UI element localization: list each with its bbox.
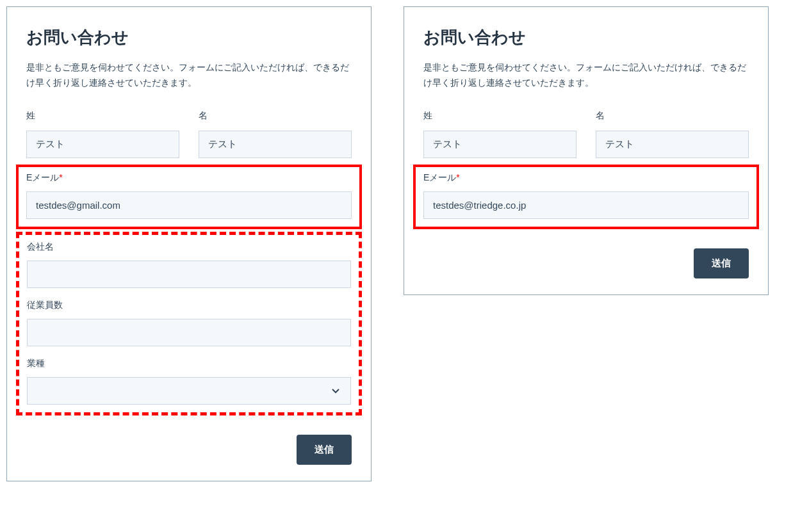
lastname-field: 姓 <box>26 110 179 158</box>
company-input[interactable] <box>27 261 351 288</box>
industry-select[interactable] <box>27 377 351 405</box>
firstname-input[interactable] <box>199 131 352 158</box>
email-input[interactable] <box>26 191 352 219</box>
email-label: Eメール* <box>26 172 352 184</box>
industry-label: 業種 <box>27 358 351 369</box>
company-label: 会社名 <box>27 241 351 253</box>
company-field: 会社名 <box>27 241 351 288</box>
firstname-field: 名 <box>596 110 749 158</box>
email-highlight-box: Eメール* <box>413 165 759 229</box>
email-field: Eメール* <box>26 172 352 219</box>
lastname-input[interactable] <box>423 131 576 158</box>
firstname-label: 名 <box>596 110 749 122</box>
lastname-field: 姓 <box>423 110 576 158</box>
lastname-label: 姓 <box>423 110 576 122</box>
email-label: Eメール* <box>423 172 749 184</box>
employees-input[interactable] <box>27 319 351 346</box>
industry-select-wrap <box>27 377 351 405</box>
form-title: お問い合わせ <box>423 26 749 49</box>
name-row: 姓 名 <box>423 110 749 165</box>
required-mark: * <box>456 172 459 182</box>
employees-field: 従業員数 <box>27 300 351 346</box>
employees-label: 従業員数 <box>27 300 351 311</box>
submit-button[interactable]: 送信 <box>694 248 749 278</box>
submit-row: 送信 <box>423 248 749 278</box>
name-row: 姓 名 <box>26 110 352 165</box>
form-description: 是非ともご意見を伺わせてください。フォームにご記入いただければ、できるだけ早く折… <box>423 60 749 91</box>
firstname-label: 名 <box>199 110 352 122</box>
email-highlight-box: Eメール* <box>16 165 362 229</box>
industry-field: 業種 <box>27 358 351 405</box>
lastname-input[interactable] <box>26 131 179 158</box>
email-field: Eメール* <box>423 172 749 219</box>
submit-row: 送信 <box>26 435 352 465</box>
email-input[interactable] <box>423 191 749 219</box>
firstname-field: 名 <box>199 110 352 158</box>
firstname-input[interactable] <box>596 131 749 158</box>
contact-form-left: お問い合わせ 是非ともご意見を伺わせてください。フォームにご記入いただければ、で… <box>6 6 372 481</box>
form-description: 是非ともご意見を伺わせてください。フォームにご記入いただければ、できるだけ早く折… <box>26 60 352 91</box>
contact-form-right: お問い合わせ 是非ともご意見を伺わせてください。フォームにご記入いただければ、で… <box>404 6 769 295</box>
required-mark: * <box>59 172 62 182</box>
extra-fields-highlight-box: 会社名 従業員数 業種 <box>16 232 362 415</box>
email-label-text: Eメール <box>423 172 456 182</box>
form-title: お問い合わせ <box>26 26 352 49</box>
email-label-text: Eメール <box>26 172 59 182</box>
lastname-label: 姓 <box>26 110 179 122</box>
submit-button[interactable]: 送信 <box>297 435 352 465</box>
